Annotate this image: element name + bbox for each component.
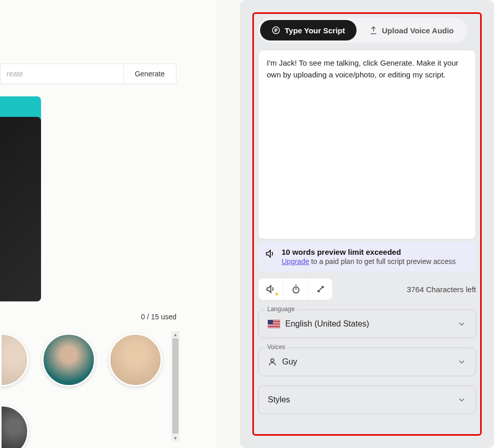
characters-left: 3764 Characters left [407,285,476,294]
right-panel: Type Your Script Upload Voice Audio 10 w… [240,0,494,448]
tab-type-script[interactable]: Type Your Script [260,20,357,40]
warning-title: 10 words preview limit exceeded [282,248,456,256]
styles-select[interactable]: Styles [258,385,476,414]
avatar-thumbnail[interactable] [42,333,95,386]
person-icon [268,357,277,366]
avatar-thumbnail[interactable] [0,333,29,386]
voices-text: Guy [282,357,297,366]
warning-text: 10 words preview limit exceeded Upgrade … [282,248,456,266]
scroll-up-icon[interactable]: ▲ [171,331,180,338]
top-input-bar: reate Generate [0,64,176,84]
timer-button[interactable] [283,278,308,300]
scrollbar-thumb[interactable] [172,338,179,434]
script-toolbar: ★ 3764 Characters left [258,278,476,300]
script-input[interactable] [258,50,476,239]
stopwatch-icon [291,284,301,294]
styles-select-group: Styles [258,385,476,414]
preview-limit-warning: 10 words preview limit exceeded Upgrade … [258,241,476,272]
avatar-scrollbar[interactable]: ▲ ▼ [171,331,180,442]
avatar-thumbnails-row [0,405,29,448]
wand-icon [315,284,326,294]
voices-select[interactable]: Guy [258,348,476,376]
audio-preview-button[interactable]: ★ [259,278,283,300]
avatar-preview [0,96,41,301]
language-text: English (United States) [285,319,369,329]
chevron-down-icon [457,319,466,329]
language-value: English (United States) [268,319,369,329]
chevron-down-icon [457,357,466,366]
styles-value: Styles [268,395,290,404]
language-legend: Language [265,306,297,313]
scroll-down-icon[interactable]: ▼ [171,435,180,442]
generate-button[interactable]: Generate [123,64,176,84]
speaker-icon [265,249,275,259]
voices-value: Guy [268,357,297,366]
svg-point-2 [271,359,274,362]
language-select-group: Language English (United States) [258,310,476,338]
avatar-thumbnails-row [0,333,162,386]
magic-button[interactable] [308,278,332,300]
left-panel: reate Generate 0 / 15 used ▲ ▼ [0,0,215,448]
language-select[interactable]: English (United States) [258,310,476,338]
avatar-thumbnail[interactable] [0,405,29,448]
top-bar-label: reate [1,64,123,84]
chat-bubble-icon [271,26,281,35]
warning-suffix: to a paid plan to get full script previe… [309,257,456,266]
input-mode-tabs: Type Your Script Upload Voice Audio [258,18,467,43]
voices-select-group: Voices Guy [258,348,476,376]
us-flag-icon [268,320,280,328]
tab-upload-audio[interactable]: Upload Voice Audio [358,20,465,40]
styles-text: Styles [268,395,290,404]
star-badge-icon: ★ [274,291,279,297]
avatar-preview-figure [0,117,41,301]
chevron-down-icon [457,395,466,404]
tool-buttons: ★ [258,278,333,300]
upload-icon [369,26,378,35]
avatar-thumbnail[interactable] [109,333,162,386]
usage-counter: 0 / 15 used [141,313,176,321]
tab-label: Upload Voice Audio [382,26,454,35]
warning-subtitle: Upgrade to a paid plan to get full scrip… [282,257,456,266]
upgrade-link[interactable]: Upgrade [282,257,309,266]
tab-label: Type Your Script [285,26,345,35]
voices-legend: Voices [265,343,287,351]
script-panel-highlight: Type Your Script Upload Voice Audio 10 w… [252,12,482,436]
